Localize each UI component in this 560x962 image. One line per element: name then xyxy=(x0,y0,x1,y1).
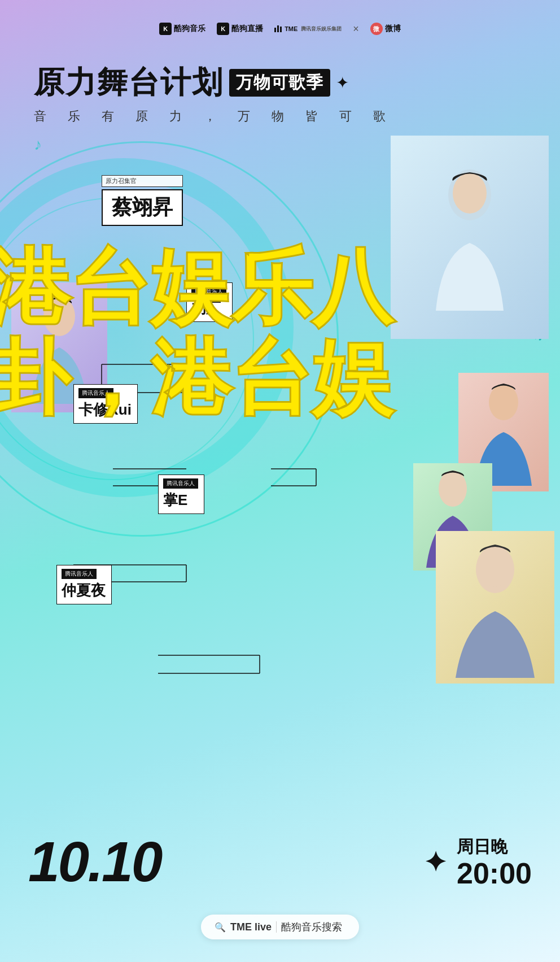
tme-logo: TME 腾讯音乐娱乐集团 xyxy=(274,25,342,33)
weibo-icon: 微 xyxy=(370,23,383,35)
overlay-line-1: 港台娱乐八 xyxy=(0,243,392,333)
time-info: 周日晚 20:00 xyxy=(457,835,532,888)
kugou-music-icon: K xyxy=(159,23,172,35)
host-name: 蔡翊昇 xyxy=(102,189,183,226)
kugou-live-logo: K 酷狗直播 xyxy=(217,23,263,35)
svg-point-5 xyxy=(492,386,515,416)
search-divider xyxy=(276,921,277,933)
top-logos: K 酷狗音乐 K 酷狗直播 TME 腾讯音乐娱乐集团 × 微 微博 xyxy=(0,23,560,35)
kugou-music-label: 酷狗音乐 xyxy=(174,24,205,34)
main-title-area: 原力舞台计划 万物可歌季 ✦ 音 乐 有 原 力 ， 万 物 皆 可 歌 xyxy=(34,62,526,125)
event-date: 10.10 xyxy=(28,829,161,894)
time-section: ✦ 周日晚 20:00 xyxy=(424,835,532,888)
performer-3-name: 掌E xyxy=(163,490,198,510)
performer-3-platform: 腾讯音乐人 xyxy=(163,478,198,489)
music-note-5: ♪ xyxy=(34,136,42,154)
performer-4-platform: 腾讯音乐人 xyxy=(62,569,97,579)
performer-3-card: 腾讯音乐人 掌E xyxy=(158,475,204,514)
kugou-live-label: 酷狗直播 xyxy=(231,24,263,34)
title-row: 原力舞台计划 万物可歌季 ✦ xyxy=(34,62,526,103)
performer-4-card: 腾讯音乐人 仲夏夜 xyxy=(56,565,112,604)
title-badge: 万物可歌季 xyxy=(229,69,330,97)
overlay-line-2: 卦，港台娱 xyxy=(0,333,392,424)
search-bar[interactable]: 🔍 TME live 酷狗音乐搜索 xyxy=(201,915,359,939)
host-photo xyxy=(391,136,549,339)
time-star-icon: ✦ xyxy=(424,846,447,878)
host-photo-bg xyxy=(391,136,549,339)
title-star-icon: ✦ xyxy=(336,73,349,92)
day-label: 周日晚 xyxy=(457,835,508,859)
search-icon: 🔍 xyxy=(215,922,226,933)
kugou-music-logo: K 酷狗音乐 xyxy=(159,23,205,35)
cross-symbol: × xyxy=(353,23,359,35)
svg-point-7 xyxy=(441,473,464,502)
overlay-text: 港台娱乐八 卦，港台娱 xyxy=(0,243,392,423)
time-value: 20:00 xyxy=(457,859,532,888)
svg-point-1 xyxy=(453,173,487,214)
kugou-live-icon: K xyxy=(217,23,229,35)
weibo-label: 微博 xyxy=(385,24,401,34)
host-name-card: 原力召集官 蔡翊昇 xyxy=(102,175,183,226)
performer-4-photo xyxy=(436,531,554,684)
main-title-text: 原力舞台计划 xyxy=(34,62,224,103)
performer-4-photo-bg xyxy=(436,531,554,684)
search-suffix-label: 酷狗音乐搜索 xyxy=(281,920,342,934)
tme-full-label: 腾讯音乐娱乐集团 xyxy=(301,25,342,33)
tme-bars xyxy=(274,25,282,32)
date-section: 10.10 ✦ 周日晚 20:00 xyxy=(0,829,560,894)
tme-short-label: TME xyxy=(285,25,298,32)
search-tme-label: TME live xyxy=(230,921,272,933)
subtitle-text: 音 乐 有 原 力 ， 万 物 皆 可 歌 xyxy=(34,108,526,125)
performer-4-name: 仲夏夜 xyxy=(62,581,106,600)
svg-point-9 xyxy=(480,549,510,587)
host-role-label: 原力召集官 xyxy=(102,175,183,187)
weibo-logo: 微 微博 xyxy=(370,23,401,35)
